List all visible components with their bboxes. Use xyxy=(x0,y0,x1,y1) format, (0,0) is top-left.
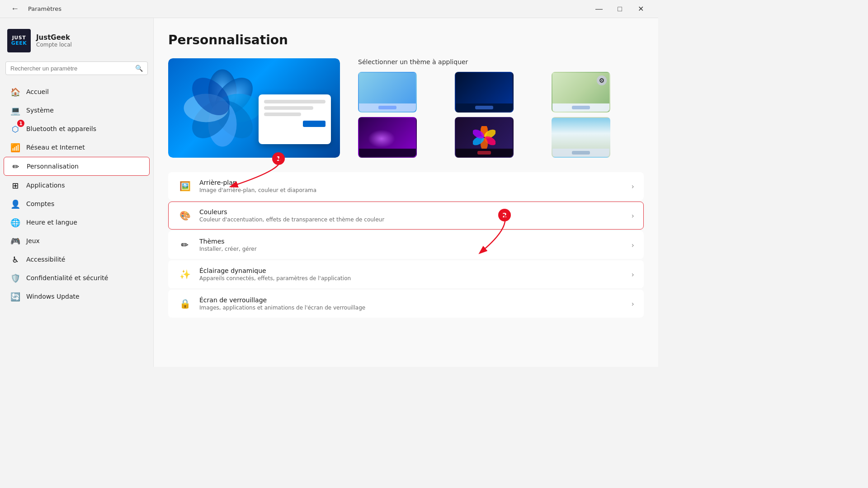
couleurs-chevron: › xyxy=(632,211,634,220)
theme-select-section: Sélectionner un thème à appliquer xyxy=(358,58,644,158)
themes-chevron: › xyxy=(632,241,634,249)
nav-label-reseau: Réseau et Internet xyxy=(26,144,85,151)
theme-card-1[interactable] xyxy=(358,72,417,113)
couleurs-icon: 🎨 xyxy=(178,208,192,223)
theme-2-taskbar xyxy=(456,103,513,112)
themes-desc: Installer, créer, gérer xyxy=(199,246,632,252)
preview-window-lines xyxy=(264,100,326,116)
nav-label-confidentialite: Confidentialité et sécurité xyxy=(26,274,108,282)
couleurs-text: Couleurs Couleur d'accentuation, effets … xyxy=(199,208,632,223)
maximize-button[interactable]: □ xyxy=(609,0,630,18)
sidebar-item-reseau[interactable]: 📶 Réseau et Internet xyxy=(4,138,150,156)
search-box[interactable]: 🔍 xyxy=(5,61,148,75)
sidebar-item-confidentialite[interactable]: 🛡️ Confidentialité et sécurité xyxy=(4,269,150,287)
theme-section: Sélectionner un thème à appliquer xyxy=(168,58,644,158)
titlebar-controls: — □ ✕ xyxy=(589,0,651,18)
sidebar-item-heure[interactable]: 🌐 Heure et langue xyxy=(4,213,150,231)
sidebar-item-accessibilite[interactable]: ♿ Accessibilité xyxy=(4,250,150,268)
games-icon: 🎮 xyxy=(11,236,20,245)
settings-item-couleurs[interactable]: 🎨 Couleurs Couleur d'accentuation, effet… xyxy=(168,202,644,230)
sidebar-item-applications[interactable]: ⊞ Applications xyxy=(4,176,150,194)
eclairage-title: Éclairage dynamique xyxy=(199,267,632,274)
couleurs-desc: Couleur d'accentuation, effets de transp… xyxy=(199,216,632,223)
sidebar-item-windows-update[interactable]: 🔄 Windows Update xyxy=(4,287,150,305)
privacy-icon: 🛡️ xyxy=(11,273,20,282)
eclairage-text: Éclairage dynamique Appareils connectés,… xyxy=(199,267,632,282)
nav-label-heure: Heure et langue xyxy=(26,219,77,226)
settings-item-ecran-verrouillage[interactable]: 🔒 Écran de verrouillage Images, applicat… xyxy=(168,290,644,318)
bluetooth-badge: 1 xyxy=(16,119,25,128)
arriere-plan-chevron: › xyxy=(632,182,634,191)
theme-5-taskbar xyxy=(456,149,513,157)
page-title: Personnalisation xyxy=(168,33,644,47)
sidebar-item-jeux[interactable]: 🎮 Jeux xyxy=(4,232,150,250)
couleurs-title: Couleurs xyxy=(199,208,632,216)
accounts-icon: 👤 xyxy=(11,199,20,208)
themes-title: Thèmes xyxy=(199,238,632,245)
preview-line-3 xyxy=(264,113,301,116)
settings-list: 🖼️ Arrière-plan Image d'arrière-plan, co… xyxy=(168,172,644,318)
theme-5-flower-svg xyxy=(473,126,495,149)
theme-2-bar xyxy=(475,106,493,109)
themes-icon: ✏️ xyxy=(178,238,192,252)
close-button[interactable]: ✕ xyxy=(630,0,651,18)
titlebar-title: Paramètres xyxy=(28,5,61,12)
sidebar-item-bluetooth[interactable]: ⬡ Bluetooth et appareils 1 xyxy=(4,120,150,138)
ecran-verrouillage-text: Écran de verrouillage Images, applicatio… xyxy=(199,296,632,311)
theme-card-4[interactable] xyxy=(358,117,417,158)
theme-1-bar xyxy=(378,106,396,109)
ecran-verrouillage-chevron: › xyxy=(632,300,634,308)
nav-label-accessibilite: Accessibilité xyxy=(26,256,65,263)
nav-label-applications: Applications xyxy=(26,182,65,189)
theme-6-taskbar xyxy=(552,149,609,157)
win11-bloom-svg xyxy=(182,67,263,149)
preview-background xyxy=(168,58,340,158)
time-icon: 🌐 xyxy=(11,218,20,227)
theme-card-2[interactable] xyxy=(455,72,514,113)
back-button[interactable]: ← xyxy=(7,2,23,15)
personalisation-icon: ✏️ xyxy=(11,162,20,171)
theme-card-3[interactable]: ⚙️ xyxy=(552,72,610,113)
main-content: Personnalisation xyxy=(154,18,658,367)
theme-4-glow xyxy=(368,130,395,148)
network-icon: 📶 xyxy=(11,143,20,152)
ecran-verrouillage-icon: 🔒 xyxy=(178,296,192,311)
sidebar-item-comptes[interactable]: 👤 Comptes xyxy=(4,195,150,213)
theme-card-5[interactable] xyxy=(455,117,514,158)
nav-label-accueil: Accueil xyxy=(26,88,49,95)
themes-text: Thèmes Installer, créer, gérer xyxy=(199,238,632,252)
sidebar-nav: 🏠 Accueil 💻 Système ⬡ Bluetooth et appar… xyxy=(0,83,153,305)
logo-geek-text: GEEK xyxy=(11,41,27,46)
titlebar: ← Paramètres — □ ✕ xyxy=(0,0,658,18)
theme-3-taskbar xyxy=(552,103,609,112)
arriere-plan-text: Arrière-plan Image d'arrière-plan, coule… xyxy=(199,179,632,193)
preview-line-1 xyxy=(264,100,326,103)
theme-card-6[interactable] xyxy=(552,117,610,158)
nav-label-bluetooth: Bluetooth et appareils xyxy=(26,125,96,132)
eclairage-icon: ✨ xyxy=(178,267,192,282)
system-icon: 💻 xyxy=(11,106,20,115)
sidebar-item-accueil[interactable]: 🏠 Accueil xyxy=(4,83,150,101)
sidebar-item-personnalisation[interactable]: ✏️ Personnalisation xyxy=(4,157,150,176)
theme-3-bar xyxy=(572,106,590,109)
sidebar: JUST GEEK JustGeek Compte local 🔍 🏠 Accu… xyxy=(0,18,154,367)
theme-5-bar xyxy=(477,151,491,155)
content-wrapper: Personnalisation xyxy=(168,33,644,318)
user-name: JustGeek xyxy=(36,33,72,42)
titlebar-left: ← Paramètres xyxy=(7,2,61,15)
minimize-button[interactable]: — xyxy=(589,0,609,18)
themes-grid: ⚙️ xyxy=(358,72,644,158)
settings-item-eclairage[interactable]: ✨ Éclairage dynamique Appareils connecté… xyxy=(168,260,644,288)
preview-button xyxy=(303,121,326,127)
preview-window xyxy=(259,94,331,144)
nav-label-comptes: Comptes xyxy=(26,200,54,207)
ecran-verrouillage-desc: Images, applications et animations de l'… xyxy=(199,305,632,311)
settings-item-themes[interactable]: ✏️ Thèmes Installer, créer, gérer › xyxy=(168,231,644,259)
applications-icon: ⊞ xyxy=(11,181,20,190)
settings-item-arriere-plan[interactable]: 🖼️ Arrière-plan Image d'arrière-plan, co… xyxy=(168,172,644,200)
search-input[interactable] xyxy=(10,65,132,72)
nav-label-jeux: Jeux xyxy=(26,237,40,244)
search-icon: 🔍 xyxy=(135,65,143,72)
arriere-plan-icon: 🖼️ xyxy=(178,179,192,193)
sidebar-item-systeme[interactable]: 💻 Système xyxy=(4,101,150,119)
